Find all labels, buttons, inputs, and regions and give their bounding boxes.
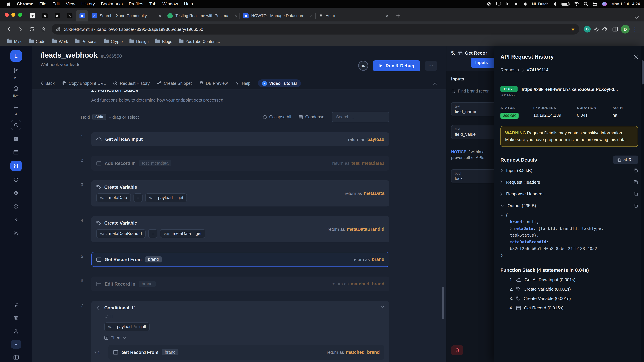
sidebar-item-search[interactable] <box>11 120 21 130</box>
menubar-item-edit[interactable]: Edit <box>49 1 63 6</box>
chevron-right-icon[interactable] <box>510 227 512 230</box>
bookmark-folder-blogs[interactable]: Blogs <box>152 38 175 45</box>
assistant-icon[interactable] <box>602 1 606 6</box>
menubar-item-help[interactable]: Help <box>181 1 196 6</box>
apple-menu-icon[interactable] <box>6 1 10 6</box>
table-chip[interactable]: brand <box>139 281 156 287</box>
minimize-window-button[interactable] <box>12 12 16 16</box>
record-search-input[interactable] <box>458 89 494 93</box>
tab-search-chevron-icon[interactable] <box>634 16 642 19</box>
function-card-conditional[interactable]: Conditional: If If: var: payload <box>91 301 390 362</box>
table-chip[interactable]: brand <box>145 256 162 263</box>
expand-row-output-expanded[interactable]: Output (235 B) <box>500 200 638 211</box>
expand-row-response-headers[interactable]: Response Headers <box>500 188 638 199</box>
sidebar-item-settings[interactable] <box>10 229 21 238</box>
tab-postman[interactable]: Testing Realtime with Postma <box>164 10 240 21</box>
main-scrollbar-thumb[interactable] <box>442 287 444 319</box>
function-card-edit-record-disabled[interactable]: Edit Record In brand return asmatched_br… <box>91 277 390 291</box>
condition-expression[interactable]: var: payload != null <box>104 323 150 331</box>
sidebar-item-dashboard[interactable] <box>10 134 21 143</box>
browser-menu-icon[interactable]: ⋮ <box>630 26 641 32</box>
menubar-item-view[interactable]: View <box>63 1 78 6</box>
video-tutorial-button[interactable]: Video Tutorial <box>258 79 301 87</box>
sidebar-item-announcements[interactable] <box>10 300 21 309</box>
delete-function-button[interactable] <box>451 345 463 355</box>
tab-close-icon[interactable] <box>234 14 237 17</box>
panel-scrollbar-track[interactable] <box>641 46 644 362</box>
stack-summary-item-2[interactable]: 2. Create Variable (0.001s) <box>500 287 638 292</box>
profile-avatar[interactable]: D <box>621 25 630 33</box>
tab-howto[interactable]: HOWTO - Manage Datasourc <box>240 10 316 21</box>
expand-row-request-headers[interactable]: Request Headers <box>500 177 638 188</box>
tab-xano-community[interactable]: Search - Xano Community <box>88 10 164 21</box>
stack-summary-item-4[interactable]: 4. Get Record (0.015s) <box>500 305 638 310</box>
bookmark-folder-code[interactable]: Code <box>26 38 48 45</box>
function-card-get-record-selected[interactable]: Get Record From brand return asbrand <box>91 252 390 267</box>
play-icon[interactable] <box>514 2 518 6</box>
menubar-app-name[interactable]: Chrome <box>14 1 36 6</box>
return-value[interactable]: test_metadata1 <box>351 161 384 166</box>
return-value[interactable]: payload <box>367 137 384 142</box>
address-bar[interactable]: x8ki-letl-twmt.n7.xano.io/workspace/7339… <box>52 24 579 34</box>
return-value[interactable]: matched_brand <box>351 281 384 286</box>
copy-icon[interactable] <box>634 192 638 196</box>
copy-icon[interactable] <box>634 168 638 173</box>
chevron-down-icon[interactable] <box>500 214 504 216</box>
function-card-get-all-raw-input[interactable]: Get All Raw Input return aspayload <box>91 132 390 146</box>
menubar-item-profiles[interactable]: Profiles <box>126 1 146 6</box>
return-value[interactable]: matched_brand <box>346 350 380 355</box>
input-field-value[interactable]: text field_value <box>451 125 494 139</box>
input-field-name[interactable]: text field_name <box>451 102 494 116</box>
sidebar-item-addons[interactable] <box>10 188 21 198</box>
record-icon[interactable] <box>487 1 492 6</box>
function-card-create-variable-1[interactable]: Create Variable var:metaData = var:paylo… <box>91 180 390 206</box>
sidebar-item-api-active[interactable] <box>10 161 22 171</box>
create-snippet-button[interactable]: Create Snippet <box>157 81 192 86</box>
pinned-tab-x-1[interactable] <box>38 10 51 21</box>
then-branch-toggle[interactable]: Then <box>104 336 384 340</box>
filter-chip[interactable]: get <box>193 231 202 236</box>
table-chip[interactable]: brand <box>162 349 178 355</box>
pinned-tab-x-3[interactable] <box>64 10 76 21</box>
collaborator-avatar[interactable]: RN <box>358 61 368 71</box>
pinned-tab-xano-active[interactable] <box>76 10 88 21</box>
bookmark-star-icon[interactable]: ★ <box>569 26 577 32</box>
extension-icon-1[interactable] <box>584 26 591 32</box>
input-field-lock[interactable]: bool lock <box>451 169 494 183</box>
stack-summary-item-1[interactable]: 1. Get All Raw Input (0.001s) <box>500 277 638 282</box>
bookmark-folder-misc[interactable]: Misc <box>5 38 25 45</box>
menubar-item-tab[interactable]: Tab <box>146 1 160 6</box>
input-source[interactable]: NL Dutch <box>532 1 548 6</box>
pinned-tab-x-2[interactable] <box>51 10 64 21</box>
db-preview-button[interactable]: DB Preview <box>199 81 228 86</box>
environment-indicator[interactable]: live <box>10 84 21 98</box>
wifi-icon[interactable] <box>574 2 579 6</box>
bluetooth-icon[interactable] <box>553 1 556 6</box>
variable-value-input[interactable]: var:payloadget <box>146 193 187 202</box>
stack-search-input[interactable] <box>332 112 390 122</box>
menubar-item-bookmarks[interactable]: Bookmarks <box>98 1 126 6</box>
home-button[interactable] <box>38 23 49 35</box>
menubar-item-window[interactable]: Window <box>160 1 181 6</box>
tab-close-icon[interactable] <box>386 14 389 17</box>
copy-icon[interactable] <box>634 203 638 208</box>
curl-button[interactable]: cURL <box>613 156 638 164</box>
comments-indicator[interactable]: 4 <box>10 102 21 116</box>
media-panel-icon[interactable] <box>610 23 621 35</box>
battery-icon[interactable] <box>561 2 569 6</box>
record-search[interactable] <box>451 89 490 93</box>
display-icon[interactable] <box>496 2 501 6</box>
inputs-tab-button[interactable]: Inputs <box>470 58 494 68</box>
sidebar-collapse-toggle[interactable] <box>10 353 21 362</box>
chevron-down-icon[interactable] <box>381 305 384 308</box>
copy-icon[interactable] <box>634 180 638 184</box>
pinned-tab-app[interactable] <box>26 10 38 21</box>
sidebar-item-account[interactable] <box>10 327 21 336</box>
shortcuts-icon[interactable] <box>523 2 527 6</box>
collapse-header-chevron-icon[interactable] <box>433 82 437 85</box>
site-settings-icon[interactable] <box>56 27 61 31</box>
menubar-item-file[interactable]: File <box>36 1 49 6</box>
new-tab-button[interactable] <box>394 11 403 20</box>
tab-close-icon[interactable] <box>310 14 313 17</box>
sidebar-item-tasks[interactable] <box>10 215 21 225</box>
